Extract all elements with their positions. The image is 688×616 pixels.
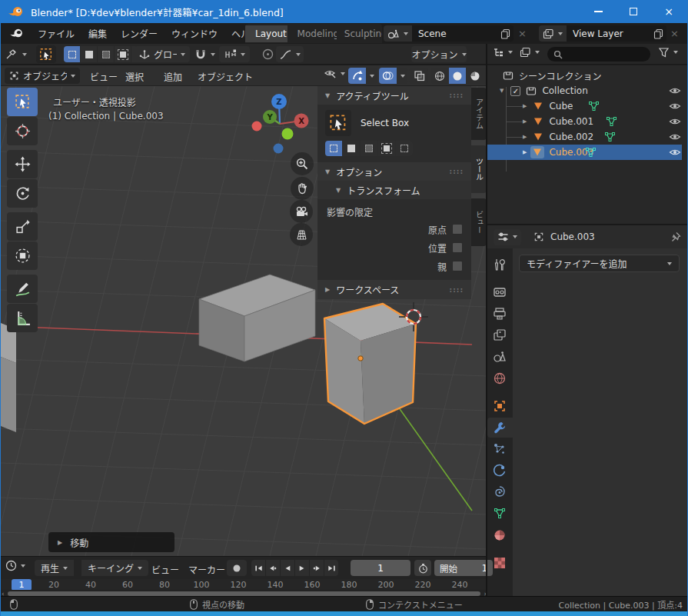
close-button[interactable]: ×	[650, 0, 687, 23]
remove-view-layer-icon[interactable]: ×	[666, 28, 683, 39]
options-dropdown[interactable]: オプション	[411, 46, 467, 62]
snap-toggle-button[interactable]	[194, 46, 215, 62]
use-preview-range-button[interactable]	[414, 560, 431, 576]
scene-browse-button[interactable]	[384, 25, 412, 42]
tri-right-icon[interactable]: ▶	[523, 103, 527, 109]
overlays-toggle[interactable]	[379, 68, 407, 84]
tab-sculpting[interactable]: Sculpting	[337, 25, 382, 42]
tab-output-properties[interactable]	[493, 307, 507, 321]
proportional-editing-button[interactable]	[259, 46, 276, 62]
tri-down-icon[interactable]: ▼	[500, 88, 504, 94]
outliner-row-cube003-selected[interactable]: ▶ Cube.003	[487, 145, 682, 160]
visibility-eye-icon[interactable]	[669, 117, 681, 126]
select-mode-subtract-button[interactable]	[98, 46, 114, 62]
keying-dropdown[interactable]: キーイング	[81, 560, 148, 576]
visibility-dropdown[interactable]	[324, 68, 345, 79]
jump-to-start-button[interactable]	[251, 560, 265, 576]
viewport-menu-select[interactable]: 選択	[122, 70, 147, 83]
tool-scale[interactable]	[7, 212, 38, 241]
tool-annotate[interactable]	[7, 275, 38, 303]
active-tool-icon-button[interactable]	[325, 110, 351, 136]
tab-view-layer-properties[interactable]	[493, 328, 507, 342]
outliner-filter-display-button[interactable]	[520, 47, 540, 58]
outliner-row-cube002[interactable]: ▶ Cube.002	[487, 129, 687, 145]
outliner-row-cube001[interactable]: ▶ Cube.001	[487, 114, 687, 129]
select-mode-invert-button[interactable]	[115, 46, 131, 62]
tab-object-properties[interactable]	[493, 399, 507, 413]
tri-right-icon[interactable]: ▶	[523, 134, 527, 140]
gizmo-z-neg[interactable]	[274, 144, 284, 154]
transform-subpanel-header[interactable]: ▼ トランスフォーム	[317, 181, 471, 199]
timeline-editor-type-button[interactable]	[5, 560, 25, 571]
menu-file[interactable]: ファイル	[31, 27, 81, 40]
locations-checkbox[interactable]	[452, 242, 463, 253]
outliner-row-cube[interactable]: ▶ Cube	[487, 98, 687, 114]
shading-solid-button[interactable]	[449, 68, 466, 84]
tab-physics-properties[interactable]	[493, 464, 507, 478]
tab-layout[interactable]: Layout	[245, 25, 287, 42]
mode-dropdown[interactable]: オブジェク..	[5, 68, 80, 84]
timeline-ruler[interactable]: 20 40 60 80 100 120 140 160 180 200 220 …	[1, 579, 487, 590]
tab-modeling[interactable]: Modeling	[287, 25, 337, 42]
jump-to-end-button[interactable]	[324, 560, 338, 576]
select-mode-new-button[interactable]	[325, 141, 342, 156]
view-layer-browse-button[interactable]	[539, 25, 567, 42]
cube-selected[interactable]	[324, 304, 416, 424]
xray-toggle[interactable]	[410, 68, 428, 84]
overlays-dropdown[interactable]	[397, 68, 407, 84]
visibility-eye-icon[interactable]	[669, 86, 681, 95]
scene-name-field[interactable]: Scene	[418, 28, 500, 39]
tri-right-icon[interactable]: ▶	[523, 149, 527, 155]
prev-keyframe-button[interactable]	[266, 560, 280, 576]
viewport-menu-view[interactable]: ビュー	[87, 70, 121, 83]
gizmo-y-neg[interactable]	[282, 128, 294, 140]
select-mode-new-button[interactable]	[64, 46, 80, 62]
timeline-scrollbar[interactable]	[8, 591, 481, 596]
visibility-eye-icon[interactable]	[669, 102, 681, 111]
tool-move[interactable]	[7, 150, 38, 178]
outliner-display-mode-button[interactable]	[493, 47, 513, 58]
shading-wireframe-button[interactable]	[431, 68, 448, 84]
gizmo-dropdown[interactable]	[367, 68, 377, 84]
options-panel-header[interactable]: ▼ オプション ::::	[317, 162, 471, 181]
menu-render[interactable]: レンダー	[114, 27, 165, 40]
timeline-menu-view[interactable]: ビュー	[151, 563, 179, 576]
transform-orientation-dropdown[interactable]: グロー..	[135, 46, 190, 62]
outliner-filter-button[interactable]	[658, 47, 678, 58]
viewport-menu-object[interactable]: オブジェクト	[194, 70, 256, 83]
panel-grip-icon[interactable]: ::::	[450, 286, 464, 294]
select-mode-subtract-button[interactable]	[361, 141, 377, 156]
cube-unselected[interactable]	[199, 275, 315, 361]
select-mode-extend-button[interactable]	[81, 46, 97, 62]
blender-menu-logo-icon[interactable]	[10, 28, 23, 38]
snap-target-dropdown[interactable]	[219, 46, 250, 62]
tab-data-properties[interactable]	[493, 507, 507, 521]
unlink-scene-icon[interactable]: ×	[514, 28, 531, 39]
tab-scene-properties[interactable]	[493, 350, 507, 364]
operator-panel[interactable]: ▶ 移動	[48, 532, 174, 552]
panel-grip-icon[interactable]: ::::	[450, 168, 464, 175]
editor-divider[interactable]	[486, 44, 487, 596]
maximize-button[interactable]	[616, 0, 650, 23]
tab-modifier-properties[interactable]	[493, 421, 507, 435]
select-mode-invert-button[interactable]	[378, 141, 395, 156]
select-mode-intersect-button[interactable]	[396, 141, 413, 156]
current-frame-field[interactable]: 1	[351, 560, 410, 576]
select-mode-extend-button[interactable]	[343, 141, 360, 156]
next-keyframe-button[interactable]	[310, 560, 324, 576]
view-layer-name-field[interactable]: View Layer	[573, 28, 653, 39]
gizmo-toggle[interactable]	[348, 68, 377, 84]
minimize-button[interactable]	[581, 0, 616, 23]
pan-button[interactable]	[291, 177, 314, 200]
add-modifier-button[interactable]: モディファイアーを追加	[519, 255, 680, 272]
active-tool-panel-header[interactable]: ▼ アクティブツール ::::	[317, 86, 471, 105]
mesh-fragment[interactable]	[1, 323, 16, 432]
tab-texture-properties[interactable]	[493, 556, 507, 570]
proportional-falloff-dropdown[interactable]	[276, 46, 304, 62]
tab-particles-properties[interactable]	[493, 442, 507, 456]
menu-edit[interactable]: 編集	[81, 27, 114, 40]
tool-transform[interactable]	[7, 241, 38, 270]
viewport-menu-add[interactable]: 追加	[161, 70, 185, 83]
playback-dropdown[interactable]: 再生	[35, 560, 74, 576]
play-reverse-button[interactable]	[281, 560, 294, 576]
